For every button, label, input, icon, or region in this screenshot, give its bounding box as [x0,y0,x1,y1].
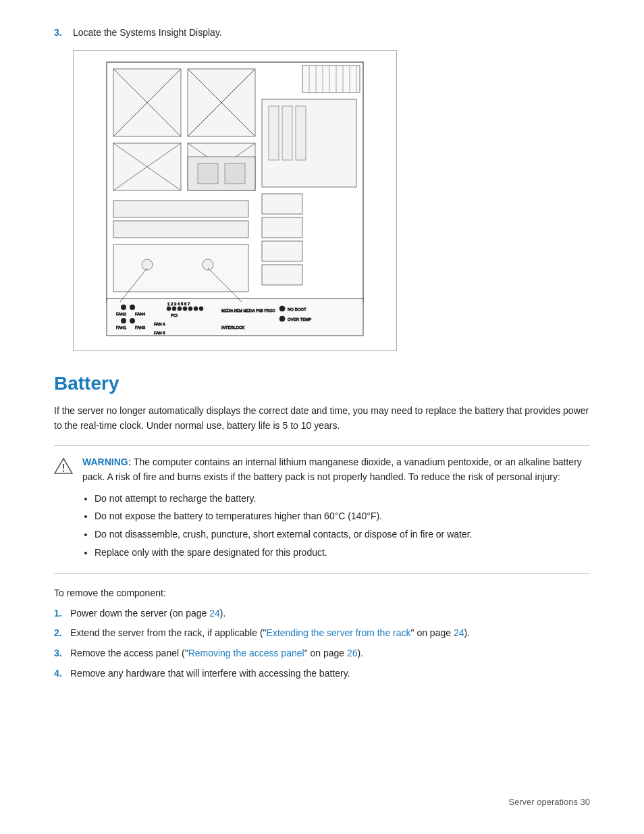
step-3-text: Remove the access panel ("Removing the a… [70,646,363,661]
battery-section: Battery If the server no longer automati… [54,373,590,681]
step-2-link2[interactable]: 24 [454,627,464,638]
svg-rect-30 [113,221,248,238]
diagram-container: FAN2 FAN4 FAN1 FAN3 1 2 3 4 5 6 7 PCI NO… [73,50,397,351]
svg-text:FAN3: FAN3 [135,325,146,330]
svg-point-49 [172,307,176,311]
step-4: 4. Remove any hardware that will interfe… [54,667,590,681]
step-1: 1. Power down the server (on page 24). [54,606,590,621]
to-remove-label: To remove the component: [54,588,590,598]
svg-point-52 [188,307,192,311]
warning-text: The computer contains an internal lithiu… [82,457,582,482]
svg-point-53 [194,307,198,311]
svg-point-50 [178,307,182,311]
warning-content: WARNING: The computer contains an intern… [82,455,590,563]
svg-text:FAN4: FAN4 [135,312,146,316]
svg-point-51 [183,307,187,311]
svg-rect-34 [262,265,302,285]
svg-point-36 [142,259,153,270]
svg-point-40 [130,305,135,310]
intro-step: 3. Locate the Systems Insight Display. [54,27,590,38]
svg-text:1  2  3  4  5  6  7: 1 2 3 4 5 6 7 [167,302,190,306]
svg-point-39 [121,305,126,310]
svg-rect-28 [225,163,245,184]
step-text: Locate the Systems Insight Display. [73,27,222,38]
footer: Server operations 30 [508,797,590,807]
step-4-num: 4. [54,667,70,681]
bullet-4: Replace only with the spare designated f… [95,546,590,561]
svg-rect-29 [113,201,248,217]
step-4-text: Remove any hardware that will interfere … [70,667,350,681]
bullet-1: Do not attempt to recharge the battery. [95,492,590,506]
battery-title: Battery [54,373,590,394]
step-number: 3. [54,27,73,38]
svg-rect-25 [296,106,306,160]
warning-icon [54,457,73,475]
step-2-num: 2. [54,626,70,641]
svg-text:FAN 6: FAN 6 [154,322,165,326]
svg-point-43 [121,318,126,323]
svg-text:PCI: PCI [171,313,178,317]
svg-text:NO BOOT: NO BOOT [288,307,306,311]
svg-text:INTERLOCK: INTERLOCK [221,325,244,330]
step-1-text: Power down the server (on page 24). [70,606,225,621]
svg-point-48 [167,307,171,311]
svg-text:FAN1: FAN1 [116,325,127,330]
step-3: 3. Remove the access panel ("Removing th… [54,646,590,661]
step-2: 2. Extend the server from the rack, if a… [54,626,590,641]
svg-point-44 [130,318,135,323]
step-3-num: 3. [54,646,70,661]
svg-rect-1 [302,66,360,93]
svg-point-68 [63,471,64,472]
svg-text:FAN 5: FAN 5 [154,331,165,335]
svg-rect-23 [269,106,279,160]
svg-point-58 [279,316,285,321]
svg-point-37 [203,259,213,270]
server-diagram: FAN2 FAN4 FAN1 FAN3 1 2 3 4 5 6 7 PCI NO… [86,59,383,342]
bullet-2: Do not expose the battery to temperature… [95,509,590,524]
warning-label: WARNING: [82,457,131,467]
step-3-link2[interactable]: 26 [347,648,358,658]
svg-text:FAN2: FAN2 [116,312,127,316]
svg-rect-32 [262,217,302,238]
bullet-3: Do not disassemble, crush, puncture, sho… [95,527,590,542]
svg-rect-31 [262,194,302,214]
svg-text:OVER TEMP: OVER TEMP [288,317,311,321]
svg-rect-33 [262,241,302,261]
svg-rect-24 [282,106,292,160]
step-2-link[interactable]: Extending the server from the rack [267,627,411,638]
numbered-steps: 1. Power down the server (on page 24). 2… [54,606,590,681]
svg-rect-27 [198,163,218,184]
step-2-text: Extend the server from the rack, if appl… [70,626,470,641]
battery-intro: If the server no longer automatically di… [54,404,590,433]
svg-text:MEDIA NEM MEDIA PSB PROC: MEDIA NEM MEDIA PSB PROC [221,309,275,313]
warning-bullets: Do not attempt to recharge the battery. … [95,492,590,561]
warning-box: WARNING: The computer contains an intern… [54,445,590,573]
svg-point-54 [199,307,203,311]
step-1-num: 1. [54,606,70,621]
step-3-link[interactable]: Removing the access panel [188,648,304,658]
step-1-link[interactable]: 24 [209,608,220,619]
svg-point-56 [279,306,285,311]
svg-rect-38 [107,298,363,336]
